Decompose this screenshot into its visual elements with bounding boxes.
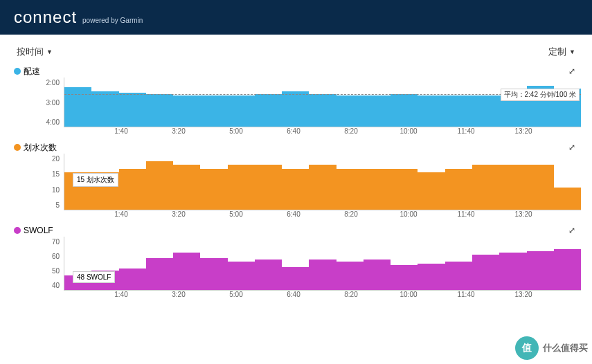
selector-label: 定制 [548, 46, 566, 58]
bar [499, 165, 526, 210]
chart-area: 2:003:004:00 平均：2:42 分钟/100 米 1:403:205:… [14, 78, 581, 137]
bar [255, 94, 282, 127]
y-axis: 2015105 [14, 154, 64, 210]
bar [228, 95, 255, 127]
x-tick: 6:40 [287, 291, 300, 298]
plot[interactable]: 48 SWOLF [64, 237, 581, 291]
tooltip: 15 划水次数 [73, 173, 118, 187]
chart-title-row: 划水次数 ⤢ [14, 141, 581, 154]
bar [391, 169, 418, 210]
x-tick: 3:20 [172, 291, 185, 298]
chart-area: 2015105 15 划水次数 1:403:205:006:408:2010:0… [14, 154, 581, 220]
bar [309, 260, 336, 290]
x-axis: 1:403:205:006:408:2010:0011:4013:20 [64, 210, 581, 220]
bar [472, 255, 499, 290]
bar [228, 165, 255, 210]
bar [309, 94, 336, 127]
selector-label: 按时间 [17, 46, 44, 58]
tooltip: 48 SWOLF [73, 271, 115, 283]
bar [119, 93, 146, 127]
bar [418, 264, 445, 291]
bar [200, 258, 227, 290]
x-tick: 8:20 [344, 291, 357, 298]
legend-dot [14, 144, 21, 151]
x-tick: 13:20 [514, 291, 532, 298]
x-tick: 11:40 [457, 210, 474, 218]
bar [418, 172, 445, 210]
x-tick: 6:40 [287, 127, 300, 135]
y-tick: 10 [52, 186, 60, 194]
bar [200, 169, 227, 210]
x-axis: 1:403:205:006:408:2010:0011:4013:20 [64, 127, 581, 137]
bar [91, 91, 118, 127]
x-tick: 13:20 [514, 210, 532, 218]
x-tick: 10:00 [400, 291, 417, 298]
bar [472, 95, 499, 127]
y-tick: 2:00 [46, 79, 60, 87]
chart-title-row: SWOLF ⤢ [14, 224, 581, 237]
x-tick: 11:40 [457, 127, 474, 135]
plot[interactable]: 15 划水次数 [64, 154, 581, 210]
bar [200, 95, 227, 127]
bar [445, 169, 472, 210]
bar [228, 262, 255, 290]
expand-icon[interactable]: ⤢ [568, 226, 575, 235]
bar [391, 94, 418, 127]
bar [255, 165, 282, 210]
bar [282, 267, 309, 290]
bar [173, 253, 200, 290]
bar [554, 249, 581, 290]
x-tick: 3:20 [172, 127, 185, 135]
watermark: 值 什么值得买 [515, 336, 588, 360]
xaxis-mode-selector[interactable]: 按时间 ▼ [17, 46, 53, 58]
caret-down-icon: ▼ [569, 48, 575, 55]
x-tick: 6:40 [287, 210, 300, 218]
chart-pace: 配速 ⤢ 2:003:004:00 平均：2:42 分钟/100 米 1:403… [0, 65, 592, 141]
chart-area: 70605040 48 SWOLF 1:403:205:006:408:2010… [14, 237, 581, 300]
bar [445, 262, 472, 290]
chart-swolf: SWOLF ⤢ 70605040 48 SWOLF 1:403:205:006:… [0, 224, 592, 304]
customize-selector[interactable]: 定制 ▼ [548, 46, 575, 58]
x-tick: 5:00 [229, 127, 242, 135]
bar [364, 169, 391, 210]
bar [391, 265, 418, 290]
bar [119, 269, 146, 290]
app-header: connect powered by Garmin [0, 0, 592, 35]
brand-tagline: powered by Garmin [82, 17, 143, 24]
expand-icon[interactable]: ⤢ [568, 143, 575, 152]
plot[interactable]: 平均：2:42 分钟/100 米 [64, 78, 581, 127]
bar [527, 165, 554, 210]
plot-wrap: 平均：2:42 分钟/100 米 1:403:205:006:408:2010:… [64, 78, 581, 137]
y-axis: 70605040 [14, 237, 64, 291]
x-tick: 5:00 [229, 210, 242, 218]
bar [527, 251, 554, 290]
x-tick: 11:40 [457, 291, 474, 298]
x-axis: 1:403:205:006:408:2010:0011:4013:20 [64, 291, 581, 300]
y-tick: 50 [52, 267, 60, 275]
y-axis: 2:003:004:00 [14, 78, 64, 127]
y-tick: 3:00 [46, 99, 60, 107]
bar [282, 91, 309, 127]
bar [255, 260, 282, 290]
bar [418, 95, 445, 127]
plot-wrap: 15 划水次数 1:403:205:006:408:2010:0011:4013… [64, 154, 581, 220]
x-tick: 1:40 [114, 127, 127, 135]
y-tick: 4:00 [46, 118, 60, 126]
watermark-badge: 值 [515, 336, 539, 360]
x-tick: 10:00 [400, 127, 417, 135]
y-tick: 5 [55, 201, 60, 209]
bar [337, 262, 364, 290]
bar [64, 87, 91, 127]
chart-toolbar: 按时间 ▼ 定制 ▼ [0, 35, 592, 65]
bar [146, 161, 173, 210]
chart-title-row: 配速 ⤢ [14, 65, 581, 78]
bar [173, 165, 200, 210]
chart-strokes: 划水次数 ⤢ 2015105 15 划水次数 1:403:205:006:408… [0, 141, 592, 224]
avg-label: 平均：2:42 分钟/100 米 [501, 89, 580, 101]
y-tick: 20 [52, 155, 60, 163]
bar [119, 169, 146, 210]
y-tick: 70 [52, 238, 60, 246]
x-tick: 3:20 [172, 210, 185, 218]
bar [309, 165, 336, 210]
expand-icon[interactable]: ⤢ [568, 66, 575, 76]
